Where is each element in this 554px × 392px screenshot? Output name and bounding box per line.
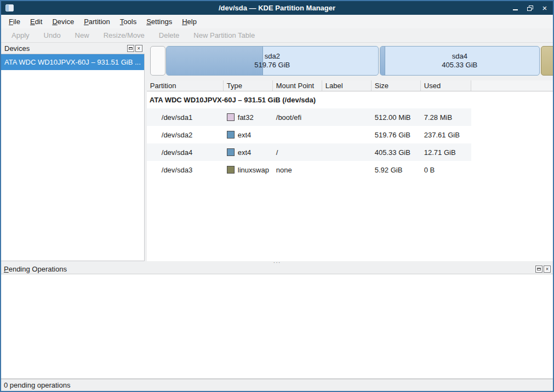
pending-float-button[interactable]: [535, 266, 542, 273]
partition-name: sda2: [265, 52, 280, 61]
cell-size: 405.33 GiB: [372, 148, 421, 157]
table-header: Partition Type Mount Point Label Size Us…: [147, 80, 553, 91]
menu-item-settings[interactable]: Settings: [142, 16, 176, 27]
menu-item-edit[interactable]: Edit: [26, 16, 47, 27]
devices-list: ATA WDC WD10JPVX-60J – 931.51 GiB ...: [1, 54, 145, 261]
filesystem-swatch: [227, 131, 235, 139]
partition-block-sda4[interactable]: sda4 405.33 GiB: [380, 46, 540, 76]
partition-name: sda4: [452, 52, 467, 61]
minimize-icon: [513, 9, 518, 10]
column-header-label[interactable]: Label: [322, 80, 372, 91]
cell-used: 12.71 GiB: [421, 148, 471, 157]
column-header-type[interactable]: Type: [224, 80, 273, 91]
table-empty-area: [147, 178, 553, 261]
partition-block-label: sda2 519.76 GiB: [167, 47, 378, 75]
cell-type: ext4: [224, 131, 273, 139]
filesystem-swatch: [227, 113, 235, 121]
column-header-filler: [471, 80, 553, 91]
cell-partition: /dev/sda1: [147, 113, 224, 122]
devices-dock-title: Devices: [4, 44, 127, 53]
cell-size: 519.76 GiB: [372, 131, 421, 139]
menu-item-help[interactable]: Help: [178, 16, 201, 27]
cell-mount-point: /: [273, 148, 322, 157]
titlebar[interactable]: /dev/sda — KDE Partition Manager ×: [1, 1, 553, 15]
table-row[interactable]: /dev/sda2 ext4 519.76 GiB 237.61 GiB: [147, 126, 471, 143]
partition-block-label: sda4 405.33 GiB: [380, 47, 539, 75]
toolbar: Apply Undo New Resize/Move Delete New Pa…: [1, 28, 553, 43]
float-icon: [129, 47, 133, 50]
pending-operations-count: 0 pending operations: [4, 381, 70, 389]
resize-move-button[interactable]: Resize/Move: [98, 30, 151, 41]
pending-operations-list: [1, 274, 553, 379]
pending-dock-title: Pending Operations: [4, 265, 535, 273]
device-item-selected[interactable]: ATA WDC WD10JPVX-60J – 931.51 GiB ...: [1, 54, 144, 70]
table-row[interactable]: /dev/sda1 fat32 /boot/efi 512.00 MiB 7.2…: [147, 108, 471, 126]
pending-operations-dock: Pending Operations ×: [1, 264, 553, 379]
pending-dock-header: Pending Operations ×: [1, 264, 553, 274]
column-header-size[interactable]: Size: [372, 80, 421, 91]
devices-float-button[interactable]: [127, 45, 134, 52]
cell-used: 7.28 MiB: [421, 113, 471, 122]
cell-mount-point: none: [273, 166, 322, 174]
menu-item-device[interactable]: Device: [48, 16, 78, 27]
filesystem-swatch: [227, 148, 235, 156]
device-group-header[interactable]: ATA WDC WD10JPVX-60J – 931.51 GiB (/dev/…: [147, 91, 553, 108]
cell-partition: /dev/sda3: [147, 166, 224, 174]
window-controls: ×: [511, 4, 549, 12]
cell-type: ext4: [224, 148, 273, 157]
devices-dock-header: Devices ×: [1, 43, 145, 54]
partition-table: Partition Type Mount Point Label Size Us…: [147, 80, 553, 261]
partition-size: 519.76 GiB: [254, 61, 290, 70]
close-icon: ×: [542, 4, 547, 12]
undo-button[interactable]: Undo: [38, 30, 67, 41]
cell-type: linuxswap: [224, 166, 273, 174]
close-button[interactable]: ×: [541, 4, 549, 12]
main-area: Devices × ATA WDC WD10JPVX-60J – 931.51 …: [1, 43, 553, 261]
app-window: /dev/sda — KDE Partition Manager × File …: [0, 0, 554, 392]
window-title: /dev/sda — KDE Partition Manager: [1, 4, 553, 12]
cell-size: 5.92 GiB: [372, 166, 421, 174]
cell-partition: /dev/sda4: [147, 148, 224, 157]
restore-button[interactable]: [526, 4, 534, 12]
delete-button[interactable]: Delete: [153, 30, 186, 41]
menu-item-file[interactable]: File: [4, 16, 25, 27]
partition-size: 405.33 GiB: [442, 61, 477, 70]
cell-used: 0 B: [421, 166, 471, 174]
float-icon: [537, 268, 541, 270]
menu-item-tools[interactable]: Tools: [116, 16, 141, 27]
cell-mount-point: /boot/efi: [273, 113, 322, 122]
partition-block-sda2[interactable]: sda2 519.76 GiB: [166, 46, 379, 76]
close-icon: ×: [546, 266, 549, 272]
devices-close-button[interactable]: ×: [135, 45, 142, 52]
restore-icon: [527, 5, 533, 11]
apply-button[interactable]: Apply: [5, 30, 36, 41]
cell-size: 512.00 MiB: [372, 113, 421, 122]
partition-block-sda1[interactable]: [150, 46, 165, 76]
partition-bar-area: sda2 519.76 GiB sda4 405.33 GiB: [147, 43, 553, 80]
column-header-used[interactable]: Used: [421, 80, 471, 91]
minimize-button[interactable]: [511, 4, 519, 12]
content-pane: sda2 519.76 GiB sda4 405.33 GiB: [147, 43, 553, 261]
cell-type: fat32: [224, 113, 273, 122]
cell-used: 237.61 GiB: [421, 131, 471, 139]
statusbar: 0 pending operations: [1, 379, 553, 391]
pending-close-button[interactable]: ×: [544, 266, 551, 273]
column-header-partition[interactable]: Partition: [147, 80, 224, 91]
cell-partition: /dev/sda2: [147, 131, 224, 139]
column-header-mount-point[interactable]: Mount Point: [273, 80, 322, 91]
menubar: File Edit Device Partition Tools Setting…: [1, 15, 553, 28]
devices-dock: Devices × ATA WDC WD10JPVX-60J – 931.51 …: [1, 43, 145, 261]
filesystem-swatch: [227, 166, 235, 174]
table-row[interactable]: /dev/sda4 ext4 / 405.33 GiB 12.71 GiB: [147, 143, 471, 161]
new-partition-table-button[interactable]: New Partition Table: [187, 30, 261, 41]
new-button[interactable]: New: [69, 30, 95, 41]
close-icon: ×: [137, 45, 140, 51]
menu-item-partition[interactable]: Partition: [79, 16, 115, 27]
device-partition-bar: sda2 519.76 GiB sda4 405.33 GiB: [148, 46, 552, 77]
table-row[interactable]: /dev/sda3 linuxswap none 5.92 GiB 0 B: [147, 161, 471, 178]
partition-block-sda3[interactable]: [541, 46, 554, 76]
